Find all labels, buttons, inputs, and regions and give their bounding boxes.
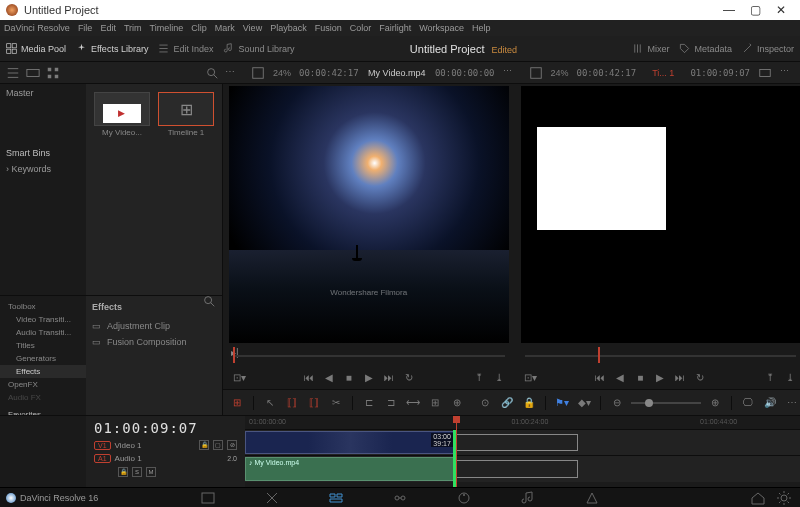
edit-page-icon[interactable] bbox=[328, 490, 344, 506]
append-icon[interactable]: ⊕ bbox=[449, 395, 465, 411]
cut-page-icon[interactable] bbox=[264, 490, 280, 506]
customize-icon[interactable]: ⋯ bbox=[784, 395, 800, 411]
menu-item[interactable]: Clip bbox=[191, 23, 207, 33]
menu-item[interactable]: Workspace bbox=[419, 23, 464, 33]
menu-item[interactable]: View bbox=[243, 23, 262, 33]
tree-titles[interactable]: Titles bbox=[0, 339, 86, 352]
list-view-icon[interactable] bbox=[6, 66, 20, 80]
mark-out-button[interactable]: ⤓ bbox=[782, 372, 798, 383]
source-scrubber[interactable]: ▸| bbox=[227, 345, 511, 365]
close-button[interactable]: ✕ bbox=[768, 3, 794, 17]
fit-to-fill-icon[interactable]: ⊞ bbox=[427, 395, 443, 411]
fit-icon[interactable] bbox=[529, 66, 543, 80]
strip-view-icon[interactable] bbox=[26, 66, 40, 80]
stop-button[interactable]: ■ bbox=[341, 372, 357, 383]
disable-track-icon[interactable]: ⊘ bbox=[227, 440, 237, 450]
home-icon[interactable] bbox=[750, 490, 766, 506]
menu-item[interactable]: Playback bbox=[270, 23, 307, 33]
menu-item[interactable]: Timeline bbox=[150, 23, 184, 33]
tree-generators[interactable]: Generators bbox=[0, 352, 86, 365]
video-track-header[interactable]: V1 Video 1 🔒 ▢ ⊘ bbox=[94, 440, 237, 450]
loop-button[interactable]: ↻ bbox=[692, 372, 708, 383]
effect-item[interactable]: ▭Adjustment Clip bbox=[92, 318, 216, 334]
minimize-button[interactable]: — bbox=[716, 3, 742, 17]
bypass-icon[interactable] bbox=[758, 66, 772, 80]
source-more-icon[interactable]: ⋯ bbox=[503, 66, 517, 80]
master-bin[interactable]: Master bbox=[6, 88, 80, 98]
overwrite-clip-icon[interactable]: ⊐ bbox=[383, 395, 399, 411]
blade-tool[interactable]: ✂ bbox=[328, 395, 344, 411]
first-frame-button[interactable]: ⏮ bbox=[592, 372, 608, 383]
search-icon[interactable] bbox=[202, 294, 216, 308]
play-reverse-button[interactable]: ◀ bbox=[612, 372, 628, 383]
menu-item[interactable]: Trim bbox=[124, 23, 142, 33]
audio-icon[interactable]: 🔊 bbox=[762, 395, 778, 411]
search-icon[interactable] bbox=[205, 66, 219, 80]
link-icon[interactable]: 🔗 bbox=[499, 395, 515, 411]
media-page-icon[interactable] bbox=[200, 490, 216, 506]
gear-icon[interactable] bbox=[776, 490, 792, 506]
first-frame-button[interactable]: ⏮ bbox=[301, 372, 317, 383]
timeline-tracks[interactable]: 01:00:00:00 01:00:24:00 01:00:44:00 03:0… bbox=[245, 416, 800, 487]
tree-audiofx[interactable]: Audio FX bbox=[0, 391, 86, 404]
timeline-timecode[interactable]: 01:00:09:07 bbox=[94, 420, 237, 436]
options-icon[interactable]: ⋯ bbox=[225, 66, 239, 80]
match-frame-icon[interactable]: ⊡▾ bbox=[523, 372, 539, 383]
selection-tool[interactable]: ↖ bbox=[262, 395, 278, 411]
menu-item[interactable]: Help bbox=[472, 23, 491, 33]
tree-openfx[interactable]: OpenFX bbox=[0, 378, 86, 391]
fairlight-page-icon[interactable] bbox=[520, 490, 536, 506]
flag-icon[interactable]: ⚑▾ bbox=[554, 395, 570, 411]
deliver-page-icon[interactable] bbox=[584, 490, 600, 506]
timeline-view-icon[interactable]: ⊞ bbox=[229, 395, 245, 411]
insert-clip-icon[interactable]: ⊏ bbox=[361, 395, 377, 411]
keywords-bin[interactable]: Keywords bbox=[12, 164, 52, 174]
timeline-ruler[interactable]: 01:00:00:00 01:00:24:00 01:00:44:00 bbox=[245, 416, 800, 430]
mark-out-button[interactable]: ⤓ bbox=[491, 372, 507, 383]
soundlib-toggle[interactable]: Sound Library bbox=[223, 43, 294, 54]
fit-icon[interactable] bbox=[251, 66, 265, 80]
snap-icon[interactable]: ⊙ bbox=[477, 395, 493, 411]
tree-audio-trans[interactable]: Audio Transiti... bbox=[0, 326, 86, 339]
timeline-scrubber[interactable] bbox=[519, 345, 801, 365]
clip-item[interactable]: ⊞ Timeline 1 bbox=[158, 92, 214, 137]
mark-in-button[interactable]: ⤒ bbox=[762, 372, 778, 383]
tree-effects[interactable]: Effects bbox=[0, 365, 86, 378]
play-button[interactable]: ▶ bbox=[652, 372, 668, 383]
timeline-more-icon[interactable]: ⋯ bbox=[780, 66, 794, 80]
audio-track[interactable]: ♪ My Video.mp4 bbox=[245, 456, 800, 482]
menu-item[interactable]: Fairlight bbox=[379, 23, 411, 33]
metadata-toggle[interactable]: Metadata bbox=[679, 43, 732, 54]
trim-tool[interactable]: ⟦⟧ bbox=[284, 395, 300, 411]
dynamic-trim-tool[interactable]: ⟦⟧ bbox=[306, 395, 322, 411]
audio-track-header[interactable]: A1 Audio 1 2.0 bbox=[94, 454, 237, 463]
video-clip[interactable]: 03:0039:17 bbox=[245, 431, 456, 454]
mixer-toggle[interactable]: Mixer bbox=[632, 43, 669, 54]
match-frame-icon[interactable]: ⊡▾ bbox=[231, 372, 247, 383]
menu-item[interactable]: Edit bbox=[100, 23, 116, 33]
source-canvas[interactable]: Wondershare Filmora bbox=[229, 86, 509, 343]
fxlib-toggle[interactable]: Effects Library bbox=[76, 43, 148, 54]
lock-icon[interactable]: 🔒 bbox=[118, 467, 128, 477]
playhead[interactable] bbox=[456, 416, 457, 487]
play-reverse-button[interactable]: ◀ bbox=[321, 372, 337, 383]
color-page-icon[interactable] bbox=[456, 490, 472, 506]
tree-video-trans[interactable]: Video Transiti... bbox=[0, 313, 86, 326]
replace-clip-icon[interactable]: ⟷ bbox=[405, 395, 421, 411]
solo-icon[interactable]: S bbox=[132, 467, 142, 477]
empty-audio-clip[interactable] bbox=[456, 460, 578, 478]
next-frame-button[interactable]: ⏭ bbox=[672, 372, 688, 383]
zoom-slider-out-icon[interactable]: ⊖ bbox=[609, 395, 625, 411]
source-clip-name[interactable]: My Video.mp4 bbox=[367, 68, 427, 78]
fusion-page-icon[interactable] bbox=[392, 490, 408, 506]
zoom-slider-in-icon[interactable]: ⊕ bbox=[707, 395, 723, 411]
play-button[interactable]: ▶ bbox=[361, 372, 377, 383]
editindex-toggle[interactable]: Edit Index bbox=[158, 43, 213, 54]
audio-clip[interactable]: ♪ My Video.mp4 bbox=[245, 457, 456, 481]
clip-item[interactable]: ▶ My Video... bbox=[94, 92, 150, 137]
position-lock-icon[interactable]: 🔒 bbox=[521, 395, 537, 411]
menu-item[interactable]: Color bbox=[350, 23, 372, 33]
effect-item[interactable]: ▭Fusion Composition bbox=[92, 334, 216, 350]
thumb-view-icon[interactable] bbox=[46, 66, 60, 80]
timeline-canvas[interactable] bbox=[521, 86, 801, 343]
